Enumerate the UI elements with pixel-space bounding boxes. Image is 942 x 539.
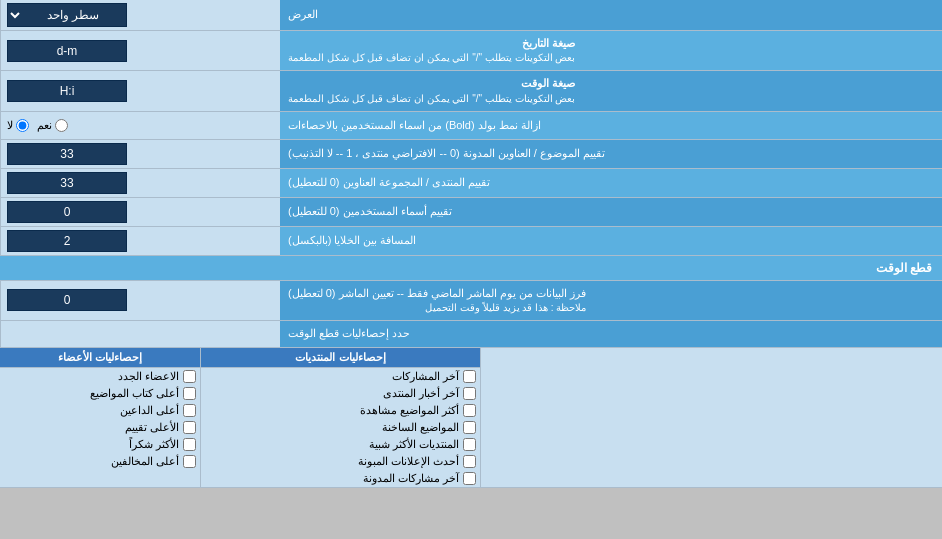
main-container: العرض سطر واحد صيغة التاريخ بعض التكوينا… <box>0 0 942 488</box>
time-cut-header: قطع الوقت <box>0 256 942 281</box>
list-item: أعلى المخالفين <box>0 453 200 470</box>
checkbox-col2-items-5[interactable] <box>463 455 476 468</box>
list-item: المواضيع الساخنة <box>201 419 480 436</box>
checkbox-col1-items-3[interactable] <box>183 421 196 434</box>
topics-sort-control <box>0 140 280 168</box>
checkbox-col2-items-2[interactable] <box>463 404 476 417</box>
time-cut-label: فرز البيانات من يوم الماشر الماضي فقط --… <box>280 281 942 320</box>
topics-sort-label: تقييم الموضوع / العناوين المدونة (0 -- ا… <box>280 140 942 168</box>
stats-forums-header: إحصاءليات المنتديات <box>201 348 480 368</box>
stats-apply-row: حدد إحصاءليات قطع الوقت <box>0 321 942 347</box>
bold-no-radio[interactable] <box>16 119 29 132</box>
list-item: أعلى كتاب المواضيع <box>0 385 200 402</box>
stats-members-col: إحصاءليات الأعضاء الاعضاء الجددأعلى كتاب… <box>0 348 200 487</box>
checkbox-col1-items-5[interactable] <box>183 455 196 468</box>
time-cut-input[interactable] <box>7 289 127 311</box>
list-item: آخر أخبار المنتدى <box>201 385 480 402</box>
list-item: الأعلى تقييم <box>0 419 200 436</box>
bold-yes-radio[interactable] <box>55 119 68 132</box>
stats-desc-col <box>480 348 942 487</box>
users-sort-input[interactable] <box>7 201 127 223</box>
checkbox-col2-items-6[interactable] <box>463 472 476 485</box>
checkbox-col2-items-3[interactable] <box>463 421 476 434</box>
bold-yes-label[interactable]: نعم <box>37 119 68 132</box>
checkbox-col1-items-0[interactable] <box>183 370 196 383</box>
list-item: الاعضاء الجدد <box>0 368 200 385</box>
checkbox-col2-items-1[interactable] <box>463 387 476 400</box>
cell-gap-input[interactable] <box>7 230 127 252</box>
display-mode-control: سطر واحد <box>0 0 280 30</box>
checkbox-col2-items-4[interactable] <box>463 438 476 451</box>
display-mode-label: العرض <box>280 0 942 30</box>
forum-sort-label: تقييم المنتدى / المجموعة العناوين (0 للت… <box>280 169 942 197</box>
date-format-row: صيغة التاريخ بعض التكوينات يتطلب "/" الت… <box>0 31 942 71</box>
cell-gap-label: المسافة بين الخلايا (بالبكسل) <box>280 227 942 255</box>
stats-apply-label: حدد إحصاءليات قطع الوقت <box>280 321 942 346</box>
stats-members-items: الاعضاء الجددأعلى كتاب المواضيعأعلى الدا… <box>0 368 200 470</box>
checkbox-col2-items-0[interactable] <box>463 370 476 383</box>
time-cut-control <box>0 281 280 320</box>
display-mode-select[interactable]: سطر واحد <box>7 3 127 27</box>
stats-forums-items: آخر المشاركاتآخر أخبار المنتدىأكثر الموا… <box>201 368 480 487</box>
date-format-label: صيغة التاريخ بعض التكوينات يتطلب "/" الت… <box>280 31 942 70</box>
stats-apply-control <box>0 321 280 346</box>
bold-remove-control: نعم لا <box>0 112 280 139</box>
list-item: الأكثر شكراً <box>0 436 200 453</box>
list-item: أحدث الإعلانات المبونة <box>201 453 480 470</box>
list-item: آخر المشاركات <box>201 368 480 385</box>
list-item: المنتديات الأكثر شبية <box>201 436 480 453</box>
checkbox-col1-items-1[interactable] <box>183 387 196 400</box>
list-item: أعلى الداعين <box>0 402 200 419</box>
date-format-control <box>0 31 280 70</box>
time-cut-row: فرز البيانات من يوم الماشر الماضي فقط --… <box>0 281 942 321</box>
users-sort-control <box>0 198 280 226</box>
topics-sort-input[interactable] <box>7 143 127 165</box>
stats-forums-col: إحصاءليات المنتديات آخر المشاركاتآخر أخب… <box>200 348 480 487</box>
forum-sort-control <box>0 169 280 197</box>
checkbox-col1-items-4[interactable] <box>183 438 196 451</box>
users-sort-label: تقييم أسماء المستخدمين (0 للتعطيل) <box>280 198 942 226</box>
list-item: آخر مشاركات المدونة <box>201 470 480 487</box>
time-format-control <box>0 71 280 110</box>
stats-members-header: إحصاءليات الأعضاء <box>0 348 200 368</box>
list-item: أكثر المواضيع مشاهدة <box>201 402 480 419</box>
bold-radio-group: نعم لا <box>7 119 68 132</box>
time-format-input[interactable] <box>7 80 127 102</box>
bold-remove-row: ازالة نمط بولد (Bold) من اسماء المستخدمي… <box>0 112 942 140</box>
bold-no-label[interactable]: لا <box>7 119 29 132</box>
forum-sort-row: تقييم المنتدى / المجموعة العناوين (0 للت… <box>0 169 942 198</box>
time-format-label: صيغة الوقت بعض التكوينات يتطلب "/" التي … <box>280 71 942 110</box>
topics-sort-row: تقييم الموضوع / العناوين المدونة (0 -- ا… <box>0 140 942 169</box>
time-format-row: صيغة الوقت بعض التكوينات يتطلب "/" التي … <box>0 71 942 111</box>
bold-remove-label: ازالة نمط بولد (Bold) من اسماء المستخدمي… <box>280 112 942 139</box>
date-format-input[interactable] <box>7 40 127 62</box>
forum-sort-input[interactable] <box>7 172 127 194</box>
users-sort-row: تقييم أسماء المستخدمين (0 للتعطيل) <box>0 198 942 227</box>
cell-gap-row: المسافة بين الخلايا (بالبكسل) <box>0 227 942 256</box>
cell-gap-control <box>0 227 280 255</box>
checkbox-col1-items-2[interactable] <box>183 404 196 417</box>
stats-bottom-area: إحصاءليات المنتديات آخر المشاركاتآخر أخب… <box>0 348 942 488</box>
display-mode-row: العرض سطر واحد <box>0 0 942 31</box>
